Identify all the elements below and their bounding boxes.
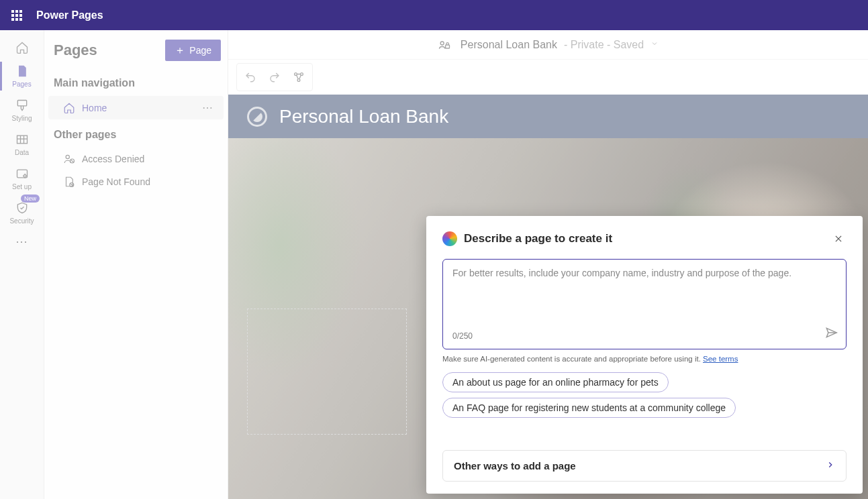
other-ways-label: Other ways to add a page [454, 460, 576, 472]
rail-item-label: Data [0, 149, 44, 156]
nodes-icon [293, 71, 305, 83]
char-counter: 0/250 [452, 331, 473, 341]
context-status: - Private - Saved [564, 39, 644, 51]
rail-item-data[interactable]: Data [0, 127, 44, 162]
plus-icon: ＋ [175, 46, 185, 55]
rail-item-label: Security [0, 217, 44, 225]
suggestion-chip[interactable]: An about us page for an online pharmacy … [442, 372, 669, 392]
page-row-not-found[interactable]: Page Not Found [44, 170, 228, 193]
rail-item-security[interactable]: New Security [0, 196, 44, 230]
person-denied-icon [63, 153, 75, 165]
copilot-prompt-input[interactable] [452, 268, 836, 315]
copilot-icon [442, 231, 457, 246]
page-icon [15, 64, 29, 78]
context-bar[interactable]: Personal Loan Bank - Private - Saved [228, 30, 868, 60]
rail-item-styling[interactable]: Styling [0, 93, 44, 127]
redo-icon [269, 71, 281, 83]
home-icon [15, 41, 29, 54]
send-button[interactable] [824, 326, 838, 342]
copilot-disclaimer: Make sure AI-generated content is accura… [442, 355, 847, 363]
rail-item-setup[interactable]: Set up [0, 162, 44, 196]
rail-item-pages[interactable]: Pages [0, 59, 44, 93]
page-row-label: Home [82, 103, 107, 113]
svg-point-4 [66, 155, 69, 158]
site-logo-icon [247, 107, 267, 127]
copilot-panel-title: Describe a page to create it [464, 232, 612, 245]
send-icon [824, 326, 838, 339]
chevron-down-icon[interactable] [650, 40, 659, 50]
site-visibility-icon [438, 38, 451, 52]
workspace-rail: Pages Styling Data Set up New Security ⋯ [0, 30, 44, 499]
shield-icon [15, 201, 29, 215]
redo-button[interactable] [262, 65, 287, 89]
page-missing-icon [63, 176, 75, 188]
see-terms-link[interactable]: See terms [703, 355, 738, 363]
new-badge: New [21, 195, 40, 203]
other-ways-button[interactable]: Other ways to add a page [442, 450, 847, 482]
text-placeholder-region[interactable] [247, 309, 407, 435]
svg-point-9 [295, 73, 297, 76]
app-top-bar: Power Pages [0, 0, 868, 30]
pages-panel: Pages ＋ Page Main navigation Home ⋯ Othe… [44, 30, 228, 499]
svg-rect-8 [446, 45, 450, 48]
page-row-label: Access Denied [82, 154, 144, 164]
app-title: Power Pages [36, 9, 103, 21]
svg-point-3 [23, 175, 26, 178]
add-page-label: Page [189, 45, 211, 56]
main-nav-label: Main navigation [44, 68, 228, 96]
rail-more-button[interactable]: ⋯ [15, 234, 29, 249]
site-header: Personal Loan Bank [228, 95, 868, 138]
pages-panel-title: Pages [54, 42, 97, 59]
suggestion-chip[interactable]: An FAQ page for registering new students… [442, 398, 736, 418]
page-row-label: Page Not Found [82, 176, 150, 187]
other-pages-label: Other pages [44, 119, 228, 148]
site-header-title: Personal Loan Bank [279, 106, 448, 127]
page-row-more-icon[interactable]: ⋯ [202, 101, 214, 114]
copilot-input-container: 0/250 [442, 259, 847, 349]
svg-point-7 [440, 42, 444, 45]
svg-rect-0 [17, 101, 26, 106]
table-icon [15, 133, 29, 146]
svg-point-10 [301, 73, 303, 76]
page-row-access-denied[interactable]: Access Denied [44, 148, 228, 170]
app-launcher-icon[interactable] [7, 10, 27, 21]
home-icon [63, 102, 75, 114]
svg-rect-1 [17, 135, 27, 144]
close-button[interactable] [830, 231, 847, 247]
rail-item-label: Styling [0, 115, 44, 122]
brush-icon [15, 99, 29, 112]
canvas-toolbar [228, 60, 868, 95]
rail-item-label: Pages [0, 80, 44, 88]
page-row-home[interactable]: Home ⋯ [48, 96, 224, 119]
context-site-name: Personal Loan Bank [461, 39, 557, 51]
undo-button[interactable] [238, 65, 262, 89]
chevron-right-icon [826, 460, 835, 472]
copilot-create-page-panel: Describe a page to create it 0/250 Make … [426, 216, 863, 494]
rail-home-button[interactable] [0, 36, 44, 59]
close-icon [834, 234, 843, 243]
undo-icon [244, 71, 256, 83]
add-page-button[interactable]: ＋ Page [165, 40, 221, 61]
rail-item-label: Set up [0, 183, 44, 190]
gear-icon [15, 167, 29, 180]
connections-button[interactable] [287, 65, 311, 89]
